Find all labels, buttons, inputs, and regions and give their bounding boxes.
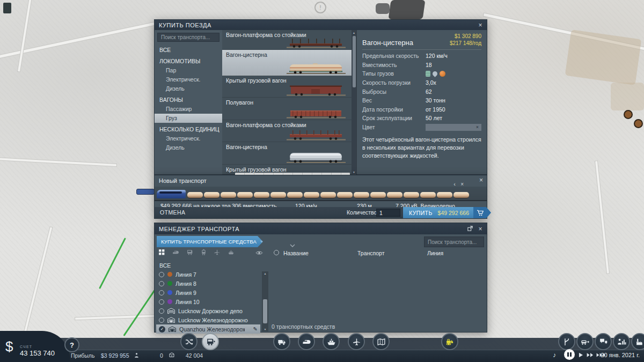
sidebar-section-wagons[interactable]: ВАГОНЫ [155,95,222,105]
depot-row[interactable]: Lucknow Дорожное депо [156,306,260,315]
sidebar-item-electric-mu[interactable]: Электрическ. [155,134,222,143]
vehicle-manager-button[interactable] [202,333,219,350]
trains-button[interactable] [298,333,315,350]
sidebar-section-locomotives[interactable]: ЛОКОМОТИВЫ [155,57,222,66]
pause-button[interactable] [564,349,575,360]
sidebar-item-steam[interactable]: Пар [155,66,222,75]
road-vehicles-button[interactable] [273,333,290,350]
spec-row: Вес30 тонн [362,96,481,105]
column-header-line[interactable]: Линия [427,250,443,256]
scroll-down-icon[interactable]: ▼ [352,171,356,174]
cart-icon [260,238,263,245]
select-all-radio[interactable] [274,250,279,255]
vehicle-list-item[interactable]: Вагон-платформа со стойками [222,30,356,50]
scroll-up-icon[interactable]: ▲ [262,271,268,275]
vehicle-search-input[interactable] [157,33,219,42]
terrain-map-button[interactable] [372,333,390,350]
fast-forward-button[interactable] [587,352,594,358]
filter-ship-icon[interactable] [227,249,235,256]
map-road [0,158,116,166]
column-header-name[interactable]: Название [283,250,309,256]
vehicle-list-scrollbar[interactable]: ▲ ▼ [352,30,356,175]
flatcar-stakes-image [282,128,349,141]
vehicle-running-cost: $217 148/год [450,40,481,46]
close-icon[interactable]: × [478,22,482,28]
scroll-down-icon[interactable]: ▼ [262,328,268,331]
sidebar-item-all[interactable]: ВСЕ [155,46,222,55]
buy-trains-dialog: КУПИТЬ ПОЕЗДА × ВСЕ ЛОКОМОТИВЫ Пар Элект… [154,19,487,175]
map-terrain-patch [611,83,644,110]
vehicle-list-item[interactable]: Вагон-платформа со стойками [222,120,356,142]
spec-row: Срок эксплуатации50 лет [362,114,481,123]
rail-depot-icon [169,326,176,332]
map-marker [3,3,11,13]
sidebar-section-multiple-units[interactable]: НЕСКОЛЬКО ЕДИНИЦ [155,125,222,134]
vehicle-list-item[interactable]: Вагон-цистерна [222,142,356,165]
line-row[interactable]: Линия 10 [156,297,260,306]
help-button[interactable]: ? [64,337,79,352]
column-header-transport[interactable]: Транспорт [357,250,385,256]
tracks-button[interactable] [558,333,575,350]
train-preview[interactable] [155,187,487,201]
messages-button[interactable] [595,333,612,350]
buy-vehicles-button[interactable]: КУПИТЬ ТРАНСПОРТНЫЕ СРЕДСТВА [157,236,263,247]
clear-color-icon[interactable]: × [476,124,479,130]
filter-all-grid-icon[interactable] [158,249,165,256]
scrollbar-thumb[interactable] [263,299,267,323]
sidebar-item-diesel[interactable]: Дизель [155,84,222,93]
lines-routes-button[interactable] [180,333,197,350]
preview-wagon [254,192,269,198]
vehicle-description: Этот четырёхосный вагон-цистерна строилс… [362,136,481,159]
popout-icon[interactable] [467,226,473,232]
ships-button[interactable] [323,333,340,350]
buy-trains-header[interactable]: КУПИТЬ ПОЕЗДА × [155,20,487,30]
lines-filter-all[interactable]: ВСЕ [156,261,268,270]
line-row[interactable]: Линия 9 [156,288,260,297]
filter-plane-icon[interactable] [214,249,221,256]
depot-row-selected[interactable]: ✓ Quanzhou Железнодорожное д ✎ [156,324,260,334]
line-row[interactable]: Линия 7 [156,270,260,279]
transport-manager-header[interactable]: МЕНЕДЖЕР ТРАНСПОРТА × [155,223,487,234]
collapse-chevron-icon[interactable] [290,244,295,247]
construction-bulldozer-button[interactable] [441,333,458,350]
industries-button[interactable] [631,333,644,350]
sidebar-item-diesel-mu[interactable]: Дизель [155,143,222,152]
vehicle-list-item[interactable]: Крытый грузовой вагон [222,76,356,98]
depot-button[interactable] [576,333,594,350]
sidebar-item-passenger[interactable]: Пассажир [155,105,222,114]
color-picker[interactable]: × [426,124,481,131]
play-button[interactable] [579,352,583,358]
edit-pencil-icon[interactable]: ✎ [253,326,258,332]
cancel-button[interactable]: ОТМЕНА [160,209,185,216]
filter-train-icon[interactable] [172,249,180,256]
vehicle-list-item[interactable]: Крытый грузовой вагон [222,165,356,175]
vehicle-list-item[interactable]: Полувагон [222,98,356,120]
line-row[interactable]: Линия 8 [156,279,260,288]
scroll-up-icon[interactable]: ▲ [352,30,356,34]
close-icon[interactable]: × [478,226,482,232]
sidebar-item-cargo[interactable]: Груз [155,114,222,123]
check-icon[interactable]: ✓ [159,326,165,333]
vehicle-details: Вагон-цистерна $1 302 890$217 148/год Пр… [356,30,487,175]
preview-wagon [453,192,469,198]
spec-row: Скорость погрузки3,0x [362,78,481,87]
planes-button[interactable] [348,333,365,350]
manager-search-input[interactable] [424,237,484,247]
sidebar-item-electric[interactable]: Электрическ. [155,75,222,84]
vehicle-list-item-selected[interactable]: Вагон-цистерна [222,50,356,76]
scrollbar-thumb[interactable] [353,36,356,87]
statistics-button[interactable] [613,333,630,350]
rail-depot-icon [167,317,175,323]
music-icon[interactable]: ♪ [553,351,556,359]
map-route-line-green [99,238,126,289]
buy-button[interactable]: КУПИТЬ $49 292 666 [403,207,491,218]
lines-scrollbar[interactable]: ▲ ▼ [262,271,268,331]
quantity-input[interactable] [376,209,400,217]
visibility-eye-icon[interactable] [255,250,263,256]
locomotive-preview[interactable] [157,190,186,198]
depot-row[interactable]: Lucknow Железнодорожное де [156,315,260,324]
close-icon[interactable]: × [479,177,483,183]
filter-tram-icon[interactable] [200,249,207,256]
preview-wagon [387,192,402,198]
filter-bus-icon[interactable] [186,249,194,256]
